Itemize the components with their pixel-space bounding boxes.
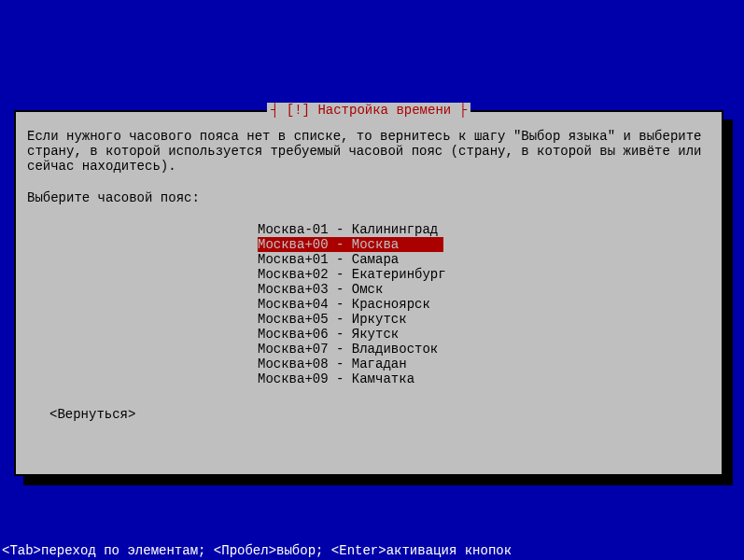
status-bar: <Tab>переход по элементам; <Пробел>выбор… [2,543,512,558]
dialog-title: Настройка времени [317,103,451,118]
timezone-item[interactable]: Москва+05 - Иркутск [258,312,407,327]
timezone-item[interactable]: Москва+09 - Камчатка [258,371,414,386]
dialog-prompt: Выберите часовой пояс: [27,190,710,205]
timezone-list: Москва-01 - Калининград Москва+00 - Моск… [258,222,710,386]
title-marker-left: ┤ [271,103,287,118]
back-button[interactable]: <Вернуться> [49,407,710,422]
timezone-item[interactable]: Москва+04 - Красноярск [258,297,430,312]
timezone-dialog: ┤ [!] Настройка времени ├ Если нужного ч… [14,110,723,476]
timezone-item[interactable]: Москва+07 - Владивосток [258,342,438,357]
dialog-content: Если нужного часового пояса нет в списке… [16,112,722,439]
dialog-description: Если нужного часового пояса нет в списке… [27,129,710,174]
timezone-item[interactable]: Москва+03 - Омск [258,282,383,297]
timezone-item[interactable]: Москва+08 - Магадан [258,357,407,371]
title-alert-prefix: [!] [287,103,318,118]
timezone-item[interactable]: Москва+01 - Самара [258,252,399,267]
dialog-title-bar: ┤ [!] Настройка времени ├ [267,103,470,118]
timezone-item[interactable]: Москва+02 - Екатеринбург [258,267,446,282]
timezone-item-selected[interactable]: Москва+00 - Москва [258,237,443,252]
timezone-item[interactable]: Москва+06 - Якутск [258,327,399,342]
timezone-item[interactable]: Москва-01 - Калининград [258,222,438,237]
title-marker-right: ├ [451,103,467,118]
